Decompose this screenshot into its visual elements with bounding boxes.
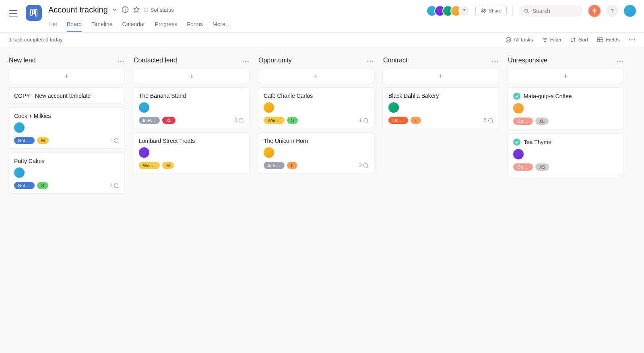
favorite-toggle[interactable] [133,6,140,13]
task-card[interactable]: Tea Thyme On …XS [507,133,624,175]
task-card[interactable]: Cook + Milkies Not …M1 [8,107,125,149]
column-title: New lead [9,57,36,64]
task-card[interactable]: Black Dahlia Bakery On …L5 [382,87,499,128]
svg-point-23 [497,61,498,62]
task-card[interactable]: COPY - New account template [8,87,125,103]
svg-point-10 [632,39,633,40]
project-info[interactable] [122,6,129,13]
check-circle-icon [506,37,511,43]
project-members[interactable]: 7 [426,5,470,17]
card-title: The Unicorn Horn [264,138,308,144]
card-tag: S [37,182,48,189]
task-card[interactable]: The Banana Stand In Pr…XL3 [133,87,250,128]
column: New lead COPY - New account template Coo… [8,54,125,198]
title-dropdown[interactable] [112,7,118,12]
add-task-button[interactable] [8,69,125,83]
toolbar: 1 task completed today All tasks Filter … [0,33,644,47]
svg-point-4 [482,9,483,10]
board: New lead COPY - New account template Coo… [0,47,644,205]
tab-calendar[interactable]: Calendar [122,19,145,32]
assignee-avatar [513,103,524,114]
topbar-right: 7 Share ? [426,5,636,17]
svg-point-16 [245,61,246,62]
done-check-icon [513,93,520,100]
toolbar-more[interactable] [629,39,635,41]
svg-point-24 [617,61,618,62]
svg-point-5 [484,10,485,11]
assignee-avatar [513,149,524,159]
task-card[interactable]: Patty Cakes Not …S2 [8,153,125,194]
column-title: Unresponsive [508,57,547,64]
separator [512,5,513,17]
card-tag: L [287,162,297,169]
board-canvas: New lead COPY - New account template Coo… [0,47,644,353]
tab-progress[interactable]: Progress [155,19,177,32]
column-title: Opportunity [258,57,292,64]
search-field[interactable] [518,5,583,17]
add-task-button[interactable] [507,69,624,83]
card-title: Cafe Charlie Carlos [264,93,313,99]
svg-point-12 [118,61,119,62]
all-tasks-filter[interactable]: All tasks [506,37,533,43]
comment-count: 3 [234,118,244,123]
card-title: Lombard Street Treats [139,138,195,144]
plus-icon [592,8,597,14]
sort-icon [570,37,576,43]
hamburger-icon [9,10,17,17]
share-button[interactable]: Share [475,6,507,16]
svg-rect-1 [33,10,35,14]
column-menu[interactable] [242,57,249,64]
card-title: Black Dahlia Bakery [388,93,439,99]
assignee-avatar [388,102,399,113]
add-task-button[interactable] [133,69,250,83]
svg-point-17 [248,61,249,62]
add-task-button[interactable] [258,69,374,83]
card-tag: M [162,162,174,169]
task-card[interactable]: Cafe Charlie Carlos Wait…S1 [258,87,374,128]
hamburger-menu[interactable] [7,7,19,19]
project-title: Account tracking [48,5,108,14]
column-menu[interactable] [118,57,124,64]
tab-list[interactable]: List [48,19,57,32]
comment-count: 2 [359,163,368,168]
tab-board[interactable]: Board [67,19,82,32]
assignee-avatar [14,122,25,133]
done-check-icon [513,138,520,146]
help-button[interactable]: ? [606,5,618,17]
view-tabs: ListBoardTimelineCalendarProgressFormsMo… [48,19,231,32]
card-tag: M [37,137,49,144]
add-task-button[interactable] [382,69,499,83]
fields-button[interactable]: Fields [597,37,620,43]
quick-add-button[interactable] [588,5,601,17]
current-user-avatar[interactable] [624,5,636,17]
task-card[interactable]: Mata-gulp-a Coffee On …XL [507,87,624,129]
tab-timeline[interactable]: Timeline [91,19,112,32]
info-icon [122,6,129,13]
card-title: Mata-gulp-a Coffee [524,93,572,99]
comment-count: 5 [484,118,493,123]
member-overflow: 7 [458,5,470,17]
svg-point-18 [367,61,369,62]
svg-point-21 [492,61,493,62]
card-tag: On … [388,117,408,124]
filter-icon [542,37,548,43]
sort-button[interactable]: Sort [570,37,588,43]
comment-count: 2 [109,183,119,188]
fields-icon [597,37,603,42]
column-menu[interactable] [367,57,374,64]
card-tag: In Pr… [139,117,160,124]
card-tag: XL [535,118,549,125]
column-menu[interactable] [617,57,623,64]
assignee-avatar [139,147,149,158]
tab-more[interactable]: More… [213,19,231,32]
svg-point-19 [370,61,371,62]
tab-forms[interactable]: Forms [187,19,203,32]
filter-button[interactable]: Filter [542,37,562,43]
task-card[interactable]: Lombard Street Treats Wait…M [133,132,250,173]
set-status-button[interactable]: Set status [144,7,174,13]
column-menu[interactable] [492,57,498,64]
task-card[interactable]: The Unicorn Horn In Pr…L2 [258,132,374,173]
search-input[interactable] [533,8,577,14]
card-tag: Wait… [264,117,285,124]
more-icon [629,39,635,41]
